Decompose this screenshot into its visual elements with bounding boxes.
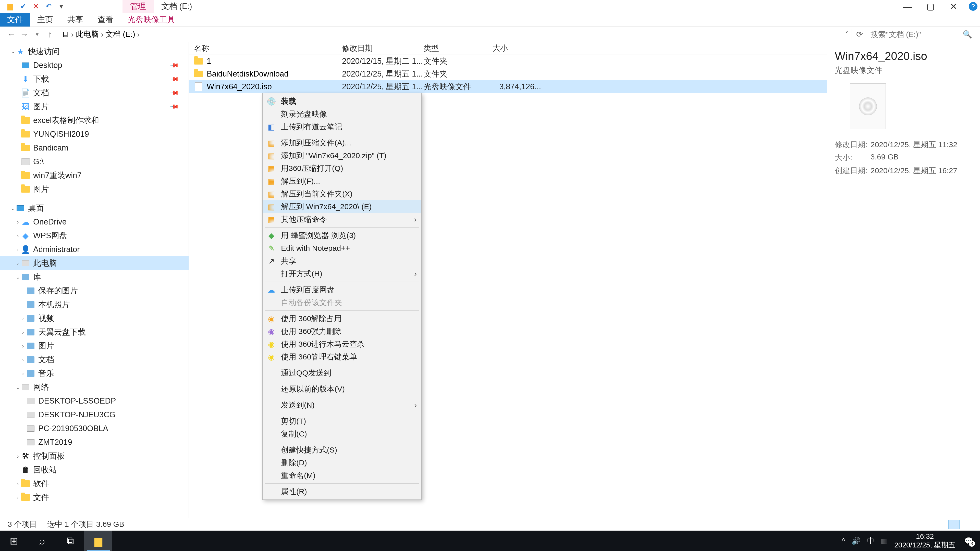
ctx-extract-to[interactable]: ▦解压到(F)...: [262, 175, 422, 187]
tree-this-pc[interactable]: ›此电脑: [0, 256, 189, 270]
help-icon[interactable]: ?: [969, 2, 977, 11]
tree-net2[interactable]: DESKTOP-NJEU3CG: [0, 408, 189, 422]
tree-onedrive[interactable]: ›☁OneDrive: [0, 215, 189, 229]
tree-documents[interactable]: 📄文档📌: [0, 86, 189, 100]
tree-pictures2[interactable]: 图片: [0, 183, 189, 196]
ctx-qq-send[interactable]: 通过QQ发送到: [262, 367, 422, 380]
view-large-button[interactable]: [961, 520, 972, 529]
ctx-addzip2[interactable]: ▦添加到 "Win7x64_2020.zip" (T): [262, 149, 422, 162]
tree-yunqishi[interactable]: YUNQISHI2019: [0, 127, 189, 141]
nav-forward-button[interactable]: →: [18, 28, 30, 41]
file-row[interactable]: BaiduNetdiskDownload 2020/12/25, 星期五 1..…: [189, 68, 827, 80]
tree-saved-pic[interactable]: 保存的图片: [0, 284, 189, 298]
crumb-drive[interactable]: 文档 (E:): [105, 29, 135, 40]
tree-net4[interactable]: ZMT2019: [0, 435, 189, 449]
ctx-browser[interactable]: ◆用 蜂蜜浏览器 浏览(3): [262, 229, 422, 242]
taskview-button[interactable]: ⧉: [56, 530, 84, 551]
tree-pictures[interactable]: 🖼图片📌: [0, 100, 189, 114]
ctx-restore[interactable]: 还原以前的版本(V): [262, 383, 422, 395]
ribbon-tab-view[interactable]: 查看: [90, 13, 121, 27]
taskbar-search-button[interactable]: ⌕: [28, 530, 56, 551]
tray-ime-indicator[interactable]: 中: [867, 536, 874, 546]
ctx-open360zip[interactable]: ▦用360压缩打开(Q): [262, 162, 422, 175]
ribbon-tab-isotool[interactable]: 光盘映像工具: [121, 13, 182, 27]
ctx-shortcut[interactable]: 创建快捷方式(S): [262, 444, 422, 456]
ctx-addzip[interactable]: ▦添加到压缩文件(A)...: [262, 137, 422, 149]
breadcrumb-bar[interactable]: 🖥 › 此电脑 › 文档 (E:) › ˅: [59, 29, 851, 40]
tree-library[interactable]: ⌄库: [0, 270, 189, 284]
ctx-360-forcedel[interactable]: ◉使用 360强力删除: [262, 325, 422, 338]
ctx-rename[interactable]: 重命名(M): [262, 469, 422, 482]
ribbon-tab-share[interactable]: 共享: [60, 13, 90, 27]
ctx-other-zip[interactable]: ▦其他压缩命令›: [262, 213, 422, 226]
ctx-delete[interactable]: 删除(D): [262, 456, 422, 469]
tree-gdrive[interactable]: G:\: [0, 155, 189, 168]
tree-downloads[interactable]: ⬇下载📌: [0, 72, 189, 86]
tray-chevron-up-icon[interactable]: ^: [842, 537, 845, 545]
search-icon[interactable]: 🔍: [963, 30, 972, 39]
start-button[interactable]: ⊞: [0, 530, 28, 551]
ctx-360-unlock[interactable]: ◉使用 360解除占用: [262, 312, 422, 325]
nav-back-button[interactable]: ←: [5, 28, 18, 41]
tree-desktop[interactable]: Desktop📌: [0, 59, 189, 72]
undo-icon[interactable]: ↶: [43, 1, 54, 11]
tree-quick-access[interactable]: ⌄★快速访问: [0, 44, 189, 59]
ctx-cut[interactable]: 剪切(T): [262, 415, 422, 427]
tree-desktop-group[interactable]: ⌄桌面: [0, 201, 189, 215]
file-row[interactable]: 1 2020/12/15, 星期二 1... 文件夹: [189, 55, 827, 68]
ctx-upload-baidu[interactable]: ☁上传到百度网盘: [262, 283, 422, 296]
taskbar-explorer-button[interactable]: ▆: [84, 530, 112, 551]
ctx-extract-named[interactable]: ▦解压到 Win7x64_2020\ (E): [262, 200, 422, 213]
ribbon-tab-file[interactable]: 文件: [0, 13, 30, 27]
tree-files[interactable]: ›文件: [0, 491, 189, 504]
tree-documents2[interactable]: ›文档: [0, 353, 189, 367]
search-input[interactable]: [870, 30, 963, 39]
col-header-name[interactable]: 名称: [194, 43, 342, 54]
maximize-button[interactable]: ▢: [923, 1, 938, 11]
ctx-send-to[interactable]: 发送到(N)›: [262, 399, 422, 411]
tree-software[interactable]: ›软件: [0, 477, 189, 491]
save-icon[interactable]: ✔: [18, 1, 28, 11]
close-red-icon[interactable]: ✕: [30, 1, 41, 11]
breadcrumb-dropdown-icon[interactable]: ˅: [845, 30, 849, 39]
refresh-button[interactable]: ⟳: [854, 30, 865, 39]
tree-win7setup[interactable]: win7重装win7: [0, 168, 189, 183]
tree-wps[interactable]: ›◆WPS网盘: [0, 229, 189, 243]
tree-excel[interactable]: excel表格制作求和: [0, 114, 189, 127]
ribbon-tab-home[interactable]: 主页: [30, 13, 60, 27]
tree-net1[interactable]: DESKTOP-LSSOEDP: [0, 394, 189, 408]
tree-ctrl-panel[interactable]: ›🛠控制面板: [0, 449, 189, 463]
tree-network[interactable]: ⌄网络: [0, 380, 189, 394]
tray-network-icon[interactable]: ▦: [881, 537, 888, 545]
action-center-button[interactable]: 💬 3: [962, 534, 975, 547]
tree-bandicam[interactable]: Bandicam: [0, 141, 189, 155]
crumb-pc[interactable]: 此电脑: [76, 29, 99, 40]
ctx-360-trojan[interactable]: ◉使用 360进行木马云查杀: [262, 338, 422, 351]
view-details-button[interactable]: [948, 520, 959, 529]
tree-net3[interactable]: PC-20190530OBLA: [0, 422, 189, 435]
ctx-extract-here[interactable]: ▦解压到当前文件夹(X): [262, 187, 422, 200]
tray-clock[interactable]: 16:32 2020/12/25, 星期五: [894, 532, 956, 549]
ctx-npp[interactable]: ✎Edit with Notepad++: [262, 242, 422, 254]
ctx-share[interactable]: ↗共享: [262, 254, 422, 267]
col-header-type[interactable]: 类型: [424, 43, 493, 54]
file-row-selected[interactable]: Win7x64_2020.iso 2020/12/25, 星期五 1... 光盘…: [189, 80, 827, 93]
tray-volume-icon[interactable]: 🔊: [852, 537, 861, 545]
tree-admin[interactable]: ›👤Administrator: [0, 243, 189, 256]
col-header-size[interactable]: 大小: [493, 43, 544, 54]
search-box[interactable]: 🔍: [868, 29, 975, 40]
close-button[interactable]: ✕: [946, 1, 961, 11]
nav-dropdown-icon[interactable]: ▾: [30, 28, 43, 41]
ctx-mount[interactable]: 💿装载: [262, 95, 422, 108]
tree-pictures3[interactable]: ›图片: [0, 339, 189, 353]
tree-recycle[interactable]: 🗑回收站: [0, 463, 189, 477]
tree-tianyi[interactable]: ›天翼云盘下载: [0, 325, 189, 339]
minimize-button[interactable]: —: [900, 1, 915, 11]
ctx-burn[interactable]: 刻录光盘映像: [262, 108, 422, 121]
qat-dropdown-icon[interactable]: ▾: [56, 1, 66, 11]
tree-video[interactable]: ›视频: [0, 311, 189, 325]
ctx-youdao[interactable]: ◧上传到有道云笔记: [262, 121, 422, 133]
ctx-open-with[interactable]: 打开方式(H)›: [262, 267, 422, 280]
col-header-date[interactable]: 修改日期: [342, 43, 424, 54]
tree-local-pic[interactable]: 本机照片: [0, 298, 189, 311]
